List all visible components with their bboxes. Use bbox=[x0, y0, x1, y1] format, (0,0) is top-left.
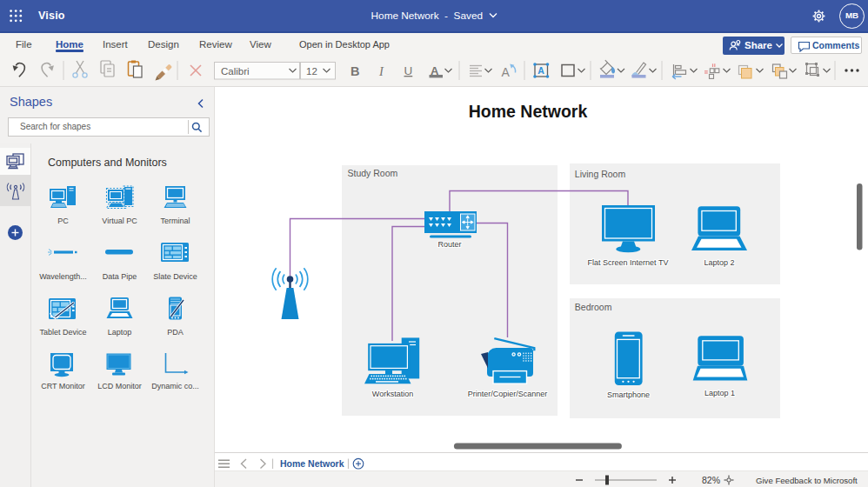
svg-text:Home Network: Home Network bbox=[469, 102, 588, 121]
svg-text:Printer/Copier/Scanner: Printer/Copier/Scanner bbox=[468, 390, 548, 398]
svg-text:Calibri: Calibri bbox=[221, 66, 250, 77]
svg-text:Study Room: Study Room bbox=[348, 168, 398, 178]
svg-text:B: B bbox=[351, 64, 359, 78]
svg-text:12: 12 bbox=[306, 66, 317, 77]
svg-text:Router: Router bbox=[437, 240, 461, 249]
svg-text:Laptop 2: Laptop 2 bbox=[704, 258, 734, 267]
svg-text:Laptop 1: Laptop 1 bbox=[704, 389, 735, 397]
svg-text:Give Feedback to Microsoft: Give Feedback to Microsoft bbox=[756, 476, 858, 485]
svg-text:82%: 82% bbox=[702, 475, 720, 485]
svg-text:Flat Screen Internet TV: Flat Screen Internet TV bbox=[588, 258, 669, 267]
svg-text:Smartphone: Smartphone bbox=[607, 390, 650, 399]
svg-text:A: A bbox=[502, 65, 511, 79]
svg-text:U: U bbox=[404, 64, 413, 77]
svg-text:Living Room: Living Room bbox=[575, 169, 626, 179]
svg-text:Bedroom: Bedroom bbox=[575, 302, 612, 312]
svg-text:Workstation: Workstation bbox=[372, 390, 413, 398]
svg-text:A: A bbox=[537, 65, 544, 76]
svg-text:I: I bbox=[378, 64, 384, 78]
